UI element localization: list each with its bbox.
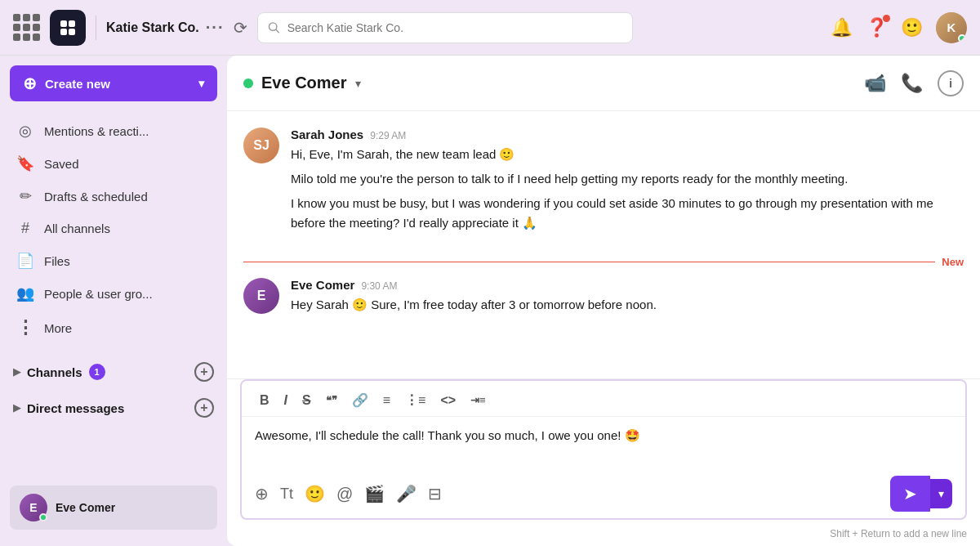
sidebar-user[interactable]: E Eve Comer bbox=[10, 486, 217, 530]
search-bar[interactable] bbox=[257, 12, 633, 43]
drafts-icon: ✏ bbox=[16, 187, 34, 205]
compose-actions: ⊕ Tt 🙂 @ 🎬 🎤 ⊟ ➤ ▾ bbox=[242, 469, 965, 518]
saved-icon: 🔖 bbox=[16, 154, 34, 172]
sidebar-item-label: Drafts & scheduled bbox=[44, 190, 148, 204]
avatar: SJ bbox=[243, 128, 279, 163]
ordered-list-button[interactable]: ≡ bbox=[378, 390, 395, 411]
info-button[interactable]: i bbox=[938, 70, 964, 96]
mention-icon[interactable]: @ bbox=[336, 485, 353, 503]
search-icon bbox=[268, 21, 280, 34]
message-time: 9:29 AM bbox=[370, 130, 406, 141]
chat-content: Eve Comer ▾ 📹 📞 i SJ Sarah Jones 9:29 AM bbox=[227, 56, 980, 546]
plus-icon: ⊕ bbox=[23, 74, 37, 93]
italic-button[interactable]: I bbox=[279, 390, 292, 411]
sidebar-item-label: Mentions & reacti... bbox=[44, 124, 149, 138]
message-header: Eve Comer 9:30 AM bbox=[291, 278, 964, 292]
compose-input[interactable]: Awesome, I'll schedule the call! Thank y… bbox=[242, 417, 965, 469]
chat-header: Eve Comer ▾ 📹 📞 i bbox=[227, 56, 980, 111]
dm-label: Direct messages bbox=[27, 401, 124, 415]
send-button[interactable]: ➤ bbox=[890, 476, 930, 512]
message-text: Hi, Eve, I'm Sarah, the new team lead 🙂 … bbox=[291, 145, 964, 233]
audio-icon[interactable]: 🎤 bbox=[396, 484, 416, 503]
new-message-divider: New bbox=[243, 256, 964, 268]
messages-area: SJ Sarah Jones 9:29 AM Hi, Eve, I'm Sara… bbox=[227, 111, 980, 378]
apps-grid-icon[interactable] bbox=[13, 14, 40, 41]
add-attachment-icon[interactable]: ⊕ bbox=[255, 484, 269, 503]
svg-line-5 bbox=[276, 29, 278, 32]
workspace-menu-icon[interactable]: ··· bbox=[206, 18, 225, 37]
indent-button[interactable]: ⇥≡ bbox=[466, 391, 491, 410]
message-text: Hey Sarah 🙂 Sure, I'm free today after 3… bbox=[291, 295, 964, 315]
send-options-button[interactable]: ▾ bbox=[930, 479, 952, 508]
contact-name: Eve Comer bbox=[261, 74, 347, 92]
phone-call-icon[interactable]: 📞 bbox=[901, 73, 923, 94]
help-icon[interactable]: ❓ bbox=[866, 17, 888, 38]
unordered-list-button[interactable]: ⋮≡ bbox=[400, 389, 430, 411]
sidebar-user-name: Eve Comer bbox=[56, 501, 115, 514]
svg-rect-2 bbox=[60, 29, 67, 35]
sidebar-item-mentions[interactable]: ◎ Mentions & reacti... bbox=[3, 114, 224, 147]
message-content: Sarah Jones 9:29 AM Hi, Eve, I'm Sarah, … bbox=[291, 128, 964, 233]
sidebar-item-more[interactable]: ⋮ More bbox=[3, 310, 224, 346]
topbar-divider bbox=[96, 16, 96, 40]
compose-toolbar: B I S ❝❞ 🔗 ≡ ⋮≡ <> ⇥≡ bbox=[242, 381, 965, 417]
main-layout: ⊕ Create new ▾ ◎ Mentions & reacti... 🔖 … bbox=[0, 56, 980, 546]
emoji-picker-icon[interactable]: 🙂 bbox=[305, 484, 325, 503]
blockquote-button[interactable]: ❝❞ bbox=[321, 391, 342, 410]
message-sender: Sarah Jones bbox=[291, 128, 363, 141]
new-label: New bbox=[942, 256, 964, 268]
files-icon: 📄 bbox=[16, 252, 34, 270]
code-button[interactable]: <> bbox=[435, 390, 461, 411]
table-row: SJ Sarah Jones 9:29 AM Hi, Eve, I'm Sara… bbox=[243, 128, 964, 233]
create-new-button[interactable]: ⊕ Create new ▾ bbox=[10, 65, 217, 101]
sidebar-item-drafts[interactable]: ✏ Drafts & scheduled bbox=[3, 180, 224, 213]
avatar: E bbox=[243, 278, 279, 314]
add-dm-icon[interactable]: + bbox=[194, 398, 214, 418]
compose-area: B I S ❝❞ 🔗 ≡ ⋮≡ <> ⇥≡ Awesome, I'll sche… bbox=[227, 378, 980, 546]
topbar: Katie Stark Co. ··· ⟳ 🔔 ❓ 🙂 K bbox=[0, 0, 980, 56]
contact-chevron-icon[interactable]: ▾ bbox=[355, 77, 361, 90]
all-channels-icon: # bbox=[16, 220, 34, 237]
sidebar-nav: ◎ Mentions & reacti... 🔖 Saved ✏ Drafts … bbox=[0, 114, 227, 346]
workspace-name[interactable]: Katie Stark Co. ··· bbox=[106, 18, 224, 37]
contact-online-indicator bbox=[243, 78, 253, 88]
channels-section[interactable]: ▶ Channels 1 + bbox=[0, 354, 227, 390]
text-format-icon[interactable]: Tt bbox=[280, 486, 293, 503]
sidebar-item-label: Files bbox=[44, 254, 70, 268]
message-content: Eve Comer 9:30 AM Hey Sarah 🙂 Sure, I'm … bbox=[291, 278, 964, 315]
topbar-right: 🔔 ❓ 🙂 K bbox=[831, 12, 967, 43]
channels-chevron-icon: ▶ bbox=[13, 366, 20, 378]
app-logo bbox=[50, 10, 86, 46]
divider-line bbox=[243, 262, 935, 262]
message-time: 9:30 AM bbox=[361, 280, 397, 292]
svg-rect-0 bbox=[60, 20, 67, 27]
notifications-icon[interactable]: 🔔 bbox=[831, 17, 853, 38]
create-new-label: Create new bbox=[45, 77, 110, 91]
sidebar-item-files[interactable]: 📄 Files bbox=[3, 244, 224, 277]
user-avatar[interactable]: K bbox=[936, 12, 967, 43]
sidebar-item-all-channels[interactable]: # All channels bbox=[3, 213, 224, 244]
gif-icon[interactable]: 🎬 bbox=[364, 484, 385, 503]
link-button[interactable]: 🔗 bbox=[347, 389, 373, 411]
history-icon[interactable]: ⟳ bbox=[234, 18, 247, 38]
sidebar-item-label: More bbox=[44, 321, 72, 335]
sidebar-item-saved[interactable]: 🔖 Saved bbox=[3, 147, 224, 180]
video-call-icon[interactable]: 📹 bbox=[864, 73, 886, 94]
sidebar-item-label: Saved bbox=[44, 157, 79, 171]
header-actions: 📹 📞 i bbox=[864, 70, 964, 96]
sidebar-item-people[interactable]: 👥 People & user gro... bbox=[3, 277, 224, 310]
emoji-icon[interactable]: 🙂 bbox=[901, 17, 923, 38]
compose-text: Awesome, I'll schedule the call! Thank y… bbox=[255, 428, 640, 442]
shortcut-icon[interactable]: ⊟ bbox=[428, 484, 442, 503]
add-channel-icon[interactable]: + bbox=[194, 362, 214, 382]
dm-chevron-icon: ▶ bbox=[13, 402, 20, 414]
strikethrough-button[interactable]: S bbox=[297, 390, 316, 411]
bold-button[interactable]: B bbox=[255, 390, 274, 411]
dm-section[interactable]: ▶ Direct messages + bbox=[0, 390, 227, 426]
channels-badge: 1 bbox=[89, 364, 105, 380]
people-icon: 👥 bbox=[16, 284, 34, 302]
message-header: Sarah Jones 9:29 AM bbox=[291, 128, 964, 141]
search-input[interactable] bbox=[287, 21, 623, 34]
svg-rect-3 bbox=[69, 29, 75, 35]
table-row: E Eve Comer 9:30 AM Hey Sarah 🙂 Sure, I'… bbox=[243, 278, 964, 315]
